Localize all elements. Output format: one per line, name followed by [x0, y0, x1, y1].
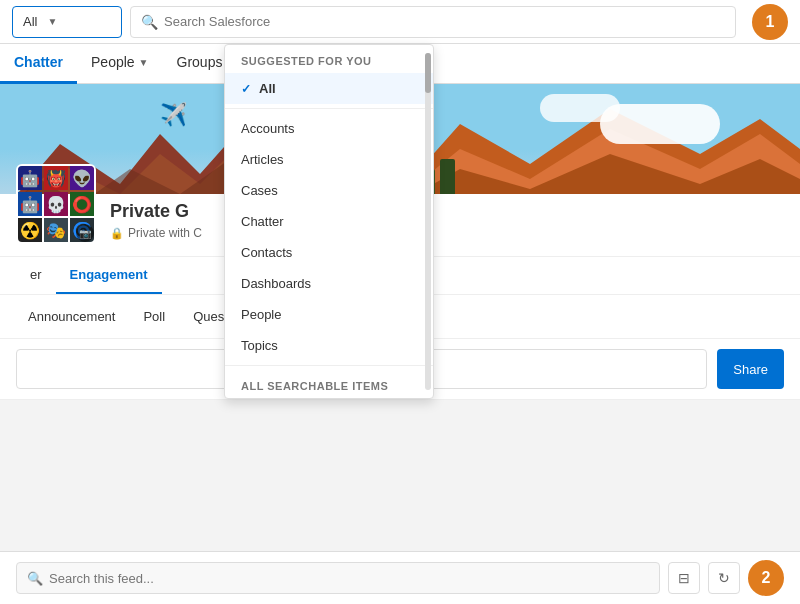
search-container: All ▼ 🔍 1	[12, 4, 788, 40]
hero-decoration: ✈️	[160, 102, 187, 128]
dropdown-item-label: Articles	[241, 152, 284, 167]
dropdown-item-label: Cases	[241, 183, 278, 198]
privacy-label: 🔒 Private with C	[110, 226, 202, 240]
dropdown-item-label: Chatter	[241, 214, 284, 229]
share-button[interactable]: Share	[717, 349, 784, 389]
refresh-icon: ↻	[718, 570, 730, 586]
dropdown-item-label: Dashboards	[241, 276, 311, 291]
dropdown-item-dashboards[interactable]: Dashboards	[225, 268, 433, 299]
dropdown-item-label: Contacts	[241, 245, 292, 260]
avatar-cell-3: 👽	[70, 166, 94, 190]
avatar-cell-1: 🤖	[18, 166, 42, 190]
tab-engagement[interactable]: Engagement	[56, 257, 162, 294]
group-info: Private G 🔒 Private with C	[110, 201, 202, 244]
badge-1: 1	[752, 4, 788, 40]
group-avatar-wrap: 🤖 👹 👽 🤖 💀 ⭕ ☢️ 🎭 🌀 📷	[16, 194, 96, 244]
group-name: Private G	[110, 201, 202, 222]
dropdown-scrollbar[interactable]	[425, 53, 431, 390]
dropdown-selected-label: All	[23, 14, 37, 29]
avatar-cell-7: ☢️	[18, 218, 42, 242]
avatar-cell-6: ⭕	[70, 192, 94, 216]
feed-search-wrap: 🔍	[16, 562, 660, 594]
dropdown-item-label: People	[241, 307, 281, 322]
avatar-cell-8: 🎭	[44, 218, 68, 242]
dropdown-divider-2	[225, 365, 433, 366]
chevron-down-icon: ▼	[139, 57, 149, 68]
lock-icon: 🔒	[110, 227, 124, 240]
dropdown-item-label: Topics	[241, 338, 278, 353]
nav-tab-people[interactable]: People ▼	[77, 44, 163, 84]
dropdown-item-topics[interactable]: Topics	[225, 330, 433, 361]
dropdown-item-people[interactable]: People	[225, 299, 433, 330]
search-type-dropdown[interactable]: All ▼	[12, 6, 122, 38]
top-bar: All ▼ 🔍 1	[0, 0, 800, 44]
dropdown-item-label: All	[259, 81, 276, 96]
avatar-cell-5: 💀	[44, 192, 68, 216]
dropdown-item-label: Accounts	[241, 121, 294, 136]
dropdown-item-cases[interactable]: Cases	[225, 175, 433, 206]
camera-icon[interactable]: 📷	[76, 224, 94, 242]
search-dropdown-menu: SUGGESTED FOR YOU ✓ All Accounts Article…	[224, 44, 434, 399]
nav-tab-chatter[interactable]: Chatter	[0, 44, 77, 84]
check-icon: ✓	[241, 82, 251, 96]
filter-icon: ⊟	[678, 570, 690, 586]
post-type-announcement[interactable]: Announcement	[16, 303, 127, 330]
dropdown-section-suggested: SUGGESTED FOR YOU	[225, 45, 433, 73]
search-icon: 🔍	[27, 571, 43, 586]
tab-er[interactable]: er	[16, 257, 56, 294]
search-input[interactable]	[164, 14, 725, 29]
chevron-down-icon: ▼	[47, 16, 57, 27]
dropdown-divider	[225, 108, 433, 109]
cloud-2	[540, 94, 620, 122]
dropdown-item-chatter[interactable]: Chatter	[225, 206, 433, 237]
search-icon: 🔍	[141, 14, 158, 30]
feed-search-input[interactable]	[49, 571, 649, 586]
filter-button[interactable]: ⊟	[668, 562, 700, 594]
bottom-bar: 🔍 ⊟ ↻ 2	[0, 551, 800, 604]
refresh-button[interactable]: ↻	[708, 562, 740, 594]
post-type-poll[interactable]: Poll	[131, 303, 177, 330]
dropdown-item-articles[interactable]: Articles	[225, 144, 433, 175]
avatar-cell-4: 🤖	[18, 192, 42, 216]
dropdown-item-accounts[interactable]: Accounts	[225, 113, 433, 144]
badge-2: 2	[748, 560, 784, 596]
search-input-wrap: 🔍	[130, 6, 736, 38]
dropdown-section-all: ALL SEARCHABLE ITEMS	[225, 370, 433, 398]
dropdown-item-contacts[interactable]: Contacts	[225, 237, 433, 268]
avatar-cell-2: 👹	[44, 166, 68, 190]
dropdown-item-all[interactable]: ✓ All	[225, 73, 433, 104]
scrollbar-thumb	[425, 53, 431, 93]
